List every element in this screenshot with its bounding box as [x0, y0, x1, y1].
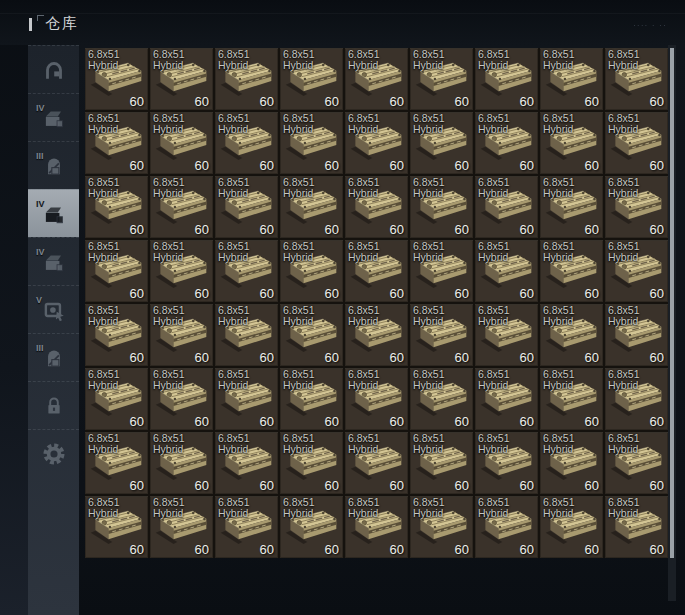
- inventory-slot[interactable]: 6.8x51 Hybrid 60: [540, 176, 603, 238]
- inventory-slot[interactable]: 6.8x51 Hybrid 60: [345, 176, 408, 238]
- inventory-slot[interactable]: 6.8x51 Hybrid 60: [85, 48, 148, 110]
- title-accent-bar: [29, 18, 32, 31]
- inventory-slot[interactable]: 6.8x51 Hybrid 60: [85, 368, 148, 430]
- inventory-slot[interactable]: 6.8x51 Hybrid 60: [475, 48, 538, 110]
- scrollbar-track[interactable]: [668, 45, 676, 601]
- inventory-slot[interactable]: 6.8x51 Hybrid 60: [85, 176, 148, 238]
- inventory-slot[interactable]: 6.8x51 Hybrid 60: [85, 432, 148, 494]
- inventory-slot[interactable]: 6.8x51 Hybrid 60: [605, 304, 668, 366]
- item-quantity: 60: [585, 350, 599, 365]
- inventory-slot[interactable]: 6.8x51 Hybrid 60: [280, 432, 343, 494]
- inventory-slot[interactable]: 6.8x51 Hybrid 60: [605, 432, 668, 494]
- inventory-slot[interactable]: 6.8x51 Hybrid 60: [345, 432, 408, 494]
- inventory-slot[interactable]: 6.8x51 Hybrid 60: [280, 368, 343, 430]
- inventory-slot[interactable]: 6.8x51 Hybrid 60: [540, 368, 603, 430]
- inventory-slot[interactable]: 6.8x51 Hybrid 60: [280, 496, 343, 558]
- inventory-slot[interactable]: 6.8x51 Hybrid 60: [605, 112, 668, 174]
- inventory-slot[interactable]: 6.8x51 Hybrid 60: [410, 112, 473, 174]
- inventory-slot[interactable]: 6.8x51 Hybrid 60: [215, 176, 278, 238]
- inventory-slot[interactable]: 6.8x51 Hybrid 60: [150, 48, 213, 110]
- inventory-slot[interactable]: 6.8x51 Hybrid 60: [410, 368, 473, 430]
- inventory-slot[interactable]: 6.8x51 Hybrid 60: [410, 176, 473, 238]
- inventory-slot[interactable]: 6.8x51 Hybrid 60: [215, 304, 278, 366]
- inventory-slot[interactable]: 6.8x51 Hybrid 60: [345, 112, 408, 174]
- inventory-slot[interactable]: 6.8x51 Hybrid 60: [150, 432, 213, 494]
- inventory-slot[interactable]: 6.8x51 Hybrid 60: [85, 240, 148, 302]
- inventory-slot[interactable]: 6.8x51 Hybrid 60: [475, 176, 538, 238]
- inventory-slot[interactable]: 6.8x51 Hybrid 60: [605, 496, 668, 558]
- item-name: 6.8x51 Hybrid: [218, 369, 250, 391]
- inventory-slot[interactable]: 6.8x51 Hybrid 60: [475, 432, 538, 494]
- inventory-slot[interactable]: 6.8x51 Hybrid 60: [410, 48, 473, 110]
- sidebar-item-settings[interactable]: [28, 429, 79, 477]
- inventory-slot[interactable]: 6.8x51 Hybrid 60: [150, 112, 213, 174]
- sidebar-item-case-iv-b[interactable]: IV: [28, 189, 79, 237]
- item-name: 6.8x51 Hybrid: [218, 305, 250, 327]
- inventory-slot[interactable]: 6.8x51 Hybrid 60: [345, 496, 408, 558]
- inventory-slot[interactable]: 6.8x51 Hybrid 60: [280, 240, 343, 302]
- item-name: 6.8x51 Hybrid: [478, 369, 510, 391]
- inventory-slot[interactable]: 6.8x51 Hybrid 60: [475, 240, 538, 302]
- inventory-slot[interactable]: 6.8x51 Hybrid 60: [280, 304, 343, 366]
- sidebar-item-rig-v[interactable]: V: [28, 285, 79, 333]
- inventory-slot[interactable]: 6.8x51 Hybrid 60: [475, 496, 538, 558]
- sidebar-item-helmet-storage[interactable]: [28, 45, 79, 93]
- inventory-slot[interactable]: 6.8x51 Hybrid 60: [605, 176, 668, 238]
- inventory-slot[interactable]: 6.8x51 Hybrid 60: [215, 368, 278, 430]
- inventory-slot[interactable]: 6.8x51 Hybrid 60: [345, 368, 408, 430]
- item-name: 6.8x51 Hybrid: [283, 497, 315, 519]
- item-quantity: 60: [585, 158, 599, 173]
- item-name: 6.8x51 Hybrid: [478, 177, 510, 199]
- item-quantity: 60: [520, 158, 534, 173]
- inventory-slot[interactable]: 6.8x51 Hybrid 60: [605, 368, 668, 430]
- inventory-slot[interactable]: 6.8x51 Hybrid 60: [150, 176, 213, 238]
- inventory-slot[interactable]: 6.8x51 Hybrid 60: [540, 496, 603, 558]
- item-quantity: 60: [325, 542, 339, 557]
- sidebar-item-case-iv-c[interactable]: IV: [28, 237, 79, 285]
- inventory-slot[interactable]: 6.8x51 Hybrid 60: [345, 240, 408, 302]
- inventory-slot[interactable]: 6.8x51 Hybrid 60: [410, 304, 473, 366]
- item-name: 6.8x51 Hybrid: [348, 497, 380, 519]
- inventory-slot[interactable]: 6.8x51 Hybrid 60: [540, 48, 603, 110]
- inventory-slot[interactable]: 6.8x51 Hybrid 60: [475, 304, 538, 366]
- inventory-slot[interactable]: 6.8x51 Hybrid 60: [410, 240, 473, 302]
- inventory-slot[interactable]: 6.8x51 Hybrid 60: [540, 432, 603, 494]
- item-quantity: 60: [195, 158, 209, 173]
- inventory-slot[interactable]: 6.8x51 Hybrid 60: [215, 240, 278, 302]
- inventory-slot[interactable]: 6.8x51 Hybrid 60: [345, 48, 408, 110]
- inventory-slot[interactable]: 6.8x51 Hybrid 60: [150, 496, 213, 558]
- inventory-slot[interactable]: 6.8x51 Hybrid 60: [215, 496, 278, 558]
- inventory-slot[interactable]: 6.8x51 Hybrid 60: [280, 48, 343, 110]
- inventory-slot[interactable]: 6.8x51 Hybrid 60: [150, 368, 213, 430]
- item-quantity: 60: [260, 478, 274, 493]
- inventory-slot[interactable]: 6.8x51 Hybrid 60: [150, 304, 213, 366]
- inventory-slot[interactable]: 6.8x51 Hybrid 60: [150, 240, 213, 302]
- inventory-slot[interactable]: 6.8x51 Hybrid 60: [85, 112, 148, 174]
- lock-icon: [41, 393, 67, 419]
- inventory-slot[interactable]: 6.8x51 Hybrid 60: [215, 112, 278, 174]
- inventory-slot[interactable]: 6.8x51 Hybrid 60: [475, 368, 538, 430]
- item-name: 6.8x51 Hybrid: [478, 49, 510, 71]
- item-quantity: 60: [520, 222, 534, 237]
- sidebar-item-backpack-iii-b[interactable]: III: [28, 333, 79, 381]
- inventory-slot[interactable]: 6.8x51 Hybrid 60: [345, 304, 408, 366]
- inventory-slot[interactable]: 6.8x51 Hybrid 60: [540, 304, 603, 366]
- inventory-slot[interactable]: 6.8x51 Hybrid 60: [475, 112, 538, 174]
- inventory-slot[interactable]: 6.8x51 Hybrid 60: [280, 112, 343, 174]
- inventory-slot[interactable]: 6.8x51 Hybrid 60: [605, 240, 668, 302]
- inventory-slot[interactable]: 6.8x51 Hybrid 60: [540, 240, 603, 302]
- inventory-slot[interactable]: 6.8x51 Hybrid 60: [215, 432, 278, 494]
- inventory-slot[interactable]: 6.8x51 Hybrid 60: [605, 48, 668, 110]
- inventory-slot[interactable]: 6.8x51 Hybrid 60: [215, 48, 278, 110]
- inventory-slot[interactable]: 6.8x51 Hybrid 60: [280, 176, 343, 238]
- sidebar-item-case-iv-a[interactable]: IV: [28, 93, 79, 141]
- sidebar-item-backpack-iii-a[interactable]: III: [28, 141, 79, 189]
- inventory-slot[interactable]: 6.8x51 Hybrid 60: [85, 496, 148, 558]
- inventory-slot[interactable]: 6.8x51 Hybrid 60: [85, 304, 148, 366]
- inventory-slot[interactable]: 6.8x51 Hybrid 60: [410, 496, 473, 558]
- sidebar-item-locked-slot[interactable]: [28, 381, 79, 429]
- item-name: 6.8x51 Hybrid: [478, 433, 510, 455]
- inventory-slot[interactable]: 6.8x51 Hybrid 60: [540, 112, 603, 174]
- inventory-slot[interactable]: 6.8x51 Hybrid 60: [410, 432, 473, 494]
- scrollbar-thumb[interactable]: [670, 48, 674, 558]
